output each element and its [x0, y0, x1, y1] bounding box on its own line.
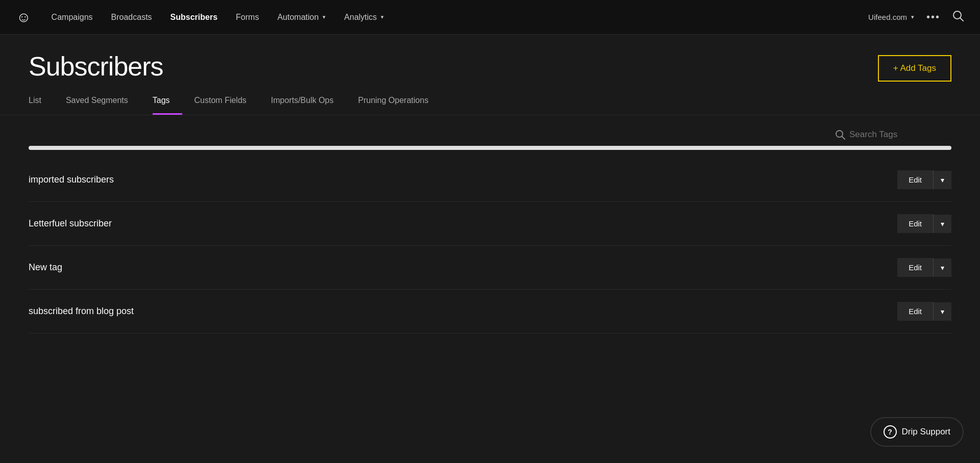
- account-chevron-icon: ▾: [911, 14, 914, 20]
- tab-imports-bulk-ops[interactable]: Imports/Bulk Ops: [271, 88, 346, 115]
- list-item: Letterfuel subscriber Edit ▾: [29, 202, 951, 246]
- tab-saved-segments[interactable]: Saved Segments: [66, 88, 140, 115]
- page-header: Subscribers + Add Tags: [0, 35, 980, 82]
- list-item: New tag Edit ▾: [29, 246, 951, 290]
- edit-dropdown-button-1[interactable]: ▾: [934, 215, 951, 233]
- svg-point-0: [953, 11, 961, 19]
- tab-list[interactable]: List: [29, 88, 54, 115]
- dots-menu[interactable]: •••: [926, 11, 940, 23]
- edit-dropdown-button-2[interactable]: ▾: [934, 259, 951, 277]
- nav-automation[interactable]: Automation ▾: [277, 13, 326, 22]
- svg-line-1: [961, 18, 964, 21]
- tab-custom-fields[interactable]: Custom Fields: [194, 88, 259, 115]
- tag-actions: Edit ▾: [897, 170, 951, 189]
- list-item: subscribed from blog post Edit ▾: [29, 290, 951, 333]
- account-selector[interactable]: Uifeed.com ▾: [868, 13, 914, 21]
- navbar: ☺ Campaigns Broadcasts Subscribers Forms…: [0, 0, 980, 35]
- tag-name: subscribed from blog post: [29, 306, 134, 317]
- nav-campaigns[interactable]: Campaigns: [52, 13, 93, 22]
- list-item: imported subscribers Edit ▾: [29, 158, 951, 202]
- nav-analytics[interactable]: Analytics ▾: [344, 13, 384, 22]
- edit-dropdown-button-3[interactable]: ▾: [934, 302, 951, 321]
- add-tags-button[interactable]: + Add Tags: [878, 55, 951, 82]
- tag-actions: Edit ▾: [897, 258, 951, 277]
- nav-automation-label: Automation: [277, 13, 318, 22]
- search-row: [29, 115, 951, 146]
- svg-line-3: [842, 137, 845, 140]
- tab-tags[interactable]: Tags: [153, 88, 182, 115]
- drip-support-icon: ?: [884, 425, 897, 439]
- nav-broadcasts[interactable]: Broadcasts: [111, 13, 152, 22]
- drip-support-label: Drip Support: [902, 427, 950, 437]
- page-title: Subscribers: [29, 51, 163, 82]
- account-name: Uifeed.com: [868, 13, 907, 21]
- edit-button-0[interactable]: Edit: [897, 170, 934, 189]
- edit-button-1[interactable]: Edit: [897, 214, 934, 233]
- edit-dropdown-button-0[interactable]: ▾: [934, 171, 951, 189]
- tag-name: imported subscribers: [29, 174, 114, 185]
- content-area: imported subscribers Edit ▾ Letterfuel s…: [0, 115, 980, 333]
- nav-links: Campaigns Broadcasts Subscribers Forms A…: [52, 13, 869, 22]
- edit-button-3[interactable]: Edit: [897, 302, 934, 321]
- tag-actions: Edit ▾: [897, 214, 951, 233]
- search-tags-area[interactable]: [835, 130, 951, 140]
- tabs-bar: List Saved Segments Tags Custom Fields I…: [0, 88, 980, 115]
- search-icon[interactable]: [952, 10, 964, 24]
- tab-pruning-operations[interactable]: Pruning Operations: [358, 88, 441, 115]
- nav-forms[interactable]: Forms: [236, 13, 259, 22]
- drip-support-button[interactable]: ? Drip Support: [870, 417, 964, 447]
- tag-name: Letterfuel subscriber: [29, 218, 112, 229]
- automation-chevron-icon: ▾: [323, 14, 326, 20]
- loading-bar: [29, 146, 951, 150]
- nav-analytics-label: Analytics: [344, 13, 377, 22]
- navbar-right: Uifeed.com ▾ •••: [868, 10, 964, 24]
- search-tags-input[interactable]: [849, 130, 951, 140]
- logo-icon[interactable]: ☺: [16, 9, 31, 25]
- nav-subscribers[interactable]: Subscribers: [170, 13, 217, 22]
- search-tags-icon: [835, 130, 845, 140]
- analytics-chevron-icon: ▾: [381, 14, 384, 20]
- edit-button-2[interactable]: Edit: [897, 258, 934, 277]
- tag-actions: Edit ▾: [897, 302, 951, 321]
- tag-name: New tag: [29, 262, 62, 273]
